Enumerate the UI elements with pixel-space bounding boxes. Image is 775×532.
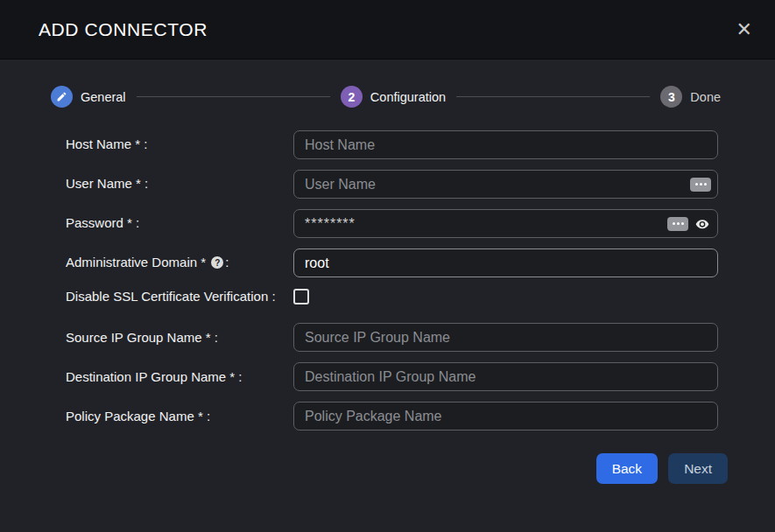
step-configuration-number: 2 [341, 86, 363, 108]
modal-title: ADD CONNECTOR [39, 19, 208, 40]
step-configuration: 2 Configuration [341, 86, 446, 108]
form-row: Disable SSL Certificate Verification : [66, 288, 718, 305]
eye-icon[interactable] [693, 216, 712, 232]
host-name-label: Host Name * : [66, 136, 293, 153]
source-ip-group-label: Source IP Group Name * : [66, 329, 293, 346]
admin-domain-colon: : [225, 255, 229, 270]
admin-domain-label: Administrative Domain * ?: [66, 254, 293, 271]
step-done-number: 3 [660, 86, 682, 108]
ssl-verification-checkbox[interactable] [293, 289, 309, 304]
pencil-icon [51, 86, 73, 108]
destination-ip-group-label: Destination IP Group Name * : [66, 368, 293, 386]
destination-ip-group-input[interactable] [293, 362, 718, 391]
wizard-stepper: General 2 Configuration 3 Done [0, 60, 775, 108]
back-button[interactable]: Back [596, 453, 658, 484]
policy-package-input[interactable] [293, 402, 718, 430]
policy-package-label: Policy Package Name * : [66, 408, 293, 425]
form-row: User Name * : [66, 170, 718, 199]
modal-footer: Back Next [0, 441, 775, 484]
form-row: Password * : [66, 209, 718, 238]
help-icon[interactable]: ? [211, 256, 223, 269]
password-label: Password * : [66, 214, 293, 232]
close-icon[interactable]: ✕ [736, 20, 752, 39]
step-done-label: Done [690, 90, 721, 104]
connector-form: Host Name * : User Name * : Password * :… [0, 108, 775, 430]
stepper-line [456, 96, 650, 97]
ellipsis-icon[interactable] [667, 217, 688, 231]
user-name-label: User Name * : [66, 175, 293, 192]
step-general[interactable]: General [51, 86, 126, 108]
step-done: 3 Done [660, 86, 721, 108]
modal-header: ADD CONNECTOR ✕ [0, 0, 775, 60]
form-row: Host Name * : [66, 130, 718, 159]
admin-domain-input[interactable] [293, 248, 718, 277]
form-row: Source IP Group Name * : [66, 323, 718, 352]
source-ip-group-input[interactable] [293, 323, 718, 352]
ellipsis-icon[interactable] [690, 178, 711, 192]
form-row: Policy Package Name * : [66, 402, 718, 430]
form-row: Destination IP Group Name * : [66, 362, 718, 391]
password-input[interactable] [293, 209, 718, 238]
step-configuration-label: Configuration [370, 90, 446, 104]
step-general-label: General [81, 90, 126, 104]
host-name-input[interactable] [293, 130, 718, 159]
admin-domain-label-text: Administrative Domain * [66, 255, 206, 270]
stepper-line [137, 96, 330, 97]
user-name-input[interactable] [293, 170, 718, 199]
next-button[interactable]: Next [668, 453, 728, 484]
ssl-verification-label: Disable SSL Certificate Verification : [66, 288, 293, 305]
form-row: Administrative Domain * ?: [66, 248, 718, 277]
